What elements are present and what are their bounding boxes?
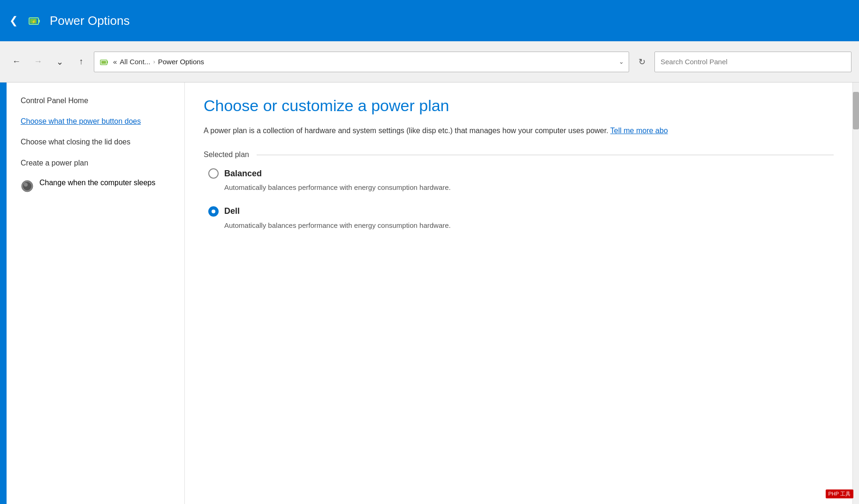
plan-balanced-name: Balanced bbox=[224, 169, 262, 179]
plan-dell-description: Automatically balances performance with … bbox=[208, 220, 834, 231]
title-bar-title: Power Options bbox=[50, 14, 130, 28]
sleep-icon bbox=[21, 180, 34, 193]
svg-rect-5 bbox=[107, 61, 108, 63]
address-separator: › bbox=[153, 58, 155, 65]
sidebar-sleep-item[interactable]: Change when the computer sleeps bbox=[21, 179, 175, 193]
selected-plan-label: Selected plan bbox=[204, 150, 249, 159]
plan-balanced-description: Automatically balances performance with … bbox=[208, 182, 834, 193]
address-bar[interactable]: « All Cont... › Power Options ⌄ bbox=[94, 52, 629, 72]
plan-dell: Dell Automatically balances performance … bbox=[204, 206, 834, 231]
content-title: Choose or customize a power plan bbox=[204, 97, 834, 115]
taskbar-badge: PHP 工具 bbox=[826, 489, 853, 498]
radio-dell[interactable] bbox=[208, 206, 219, 217]
content-area: Choose or customize a power plan A power… bbox=[185, 83, 852, 504]
search-bar[interactable] bbox=[654, 52, 851, 72]
tell-me-more-link[interactable]: Tell me more abo bbox=[610, 127, 668, 135]
svg-point-9 bbox=[24, 183, 28, 187]
back-button[interactable]: ← bbox=[8, 53, 25, 71]
sidebar-link-create-plan[interactable]: Create a power plan bbox=[21, 158, 175, 168]
sidebar-sleep-text: Change when the computer sleeps bbox=[39, 179, 155, 187]
svg-point-8 bbox=[23, 182, 31, 190]
svg-rect-1 bbox=[38, 20, 40, 23]
address-current: Power Options bbox=[158, 58, 204, 66]
address-bar-icon bbox=[99, 57, 109, 67]
nav-bar: ← → ⌄ ↑ « All Cont... › Power Options ⌄ … bbox=[0, 41, 859, 83]
plan-divider bbox=[257, 155, 834, 155]
address-all-control: All Cont... bbox=[120, 58, 150, 66]
plan-dell-name: Dell bbox=[224, 206, 240, 216]
selected-plan-header: Selected plan bbox=[204, 150, 834, 159]
recent-locations-button[interactable]: ⌄ bbox=[51, 53, 68, 71]
plan-dell-radio-row: Dell bbox=[208, 206, 834, 217]
radio-balanced[interactable] bbox=[208, 168, 219, 179]
svg-text:⚡: ⚡ bbox=[31, 19, 36, 24]
plan-balanced-radio-row: Balanced bbox=[208, 168, 834, 179]
scrollbar[interactable] bbox=[852, 83, 859, 504]
address-dropdown-icon[interactable]: ⌄ bbox=[619, 58, 624, 65]
svg-rect-6 bbox=[101, 61, 106, 64]
sidebar-home[interactable]: Control Panel Home bbox=[21, 97, 175, 105]
address-prefix: « bbox=[113, 58, 117, 66]
scrollbar-thumb[interactable] bbox=[853, 92, 859, 129]
content-description-text: A power plan is a collection of hardware… bbox=[204, 127, 608, 135]
refresh-button[interactable]: ↻ bbox=[633, 53, 651, 71]
main-content: Control Panel Home Choose what the power… bbox=[0, 83, 859, 504]
plan-balanced: Balanced Automatically balances performa… bbox=[204, 168, 834, 193]
up-button[interactable]: ↑ bbox=[72, 53, 90, 71]
left-accent-bar bbox=[0, 83, 7, 504]
title-bar: ❮ ⚡ Power Options bbox=[0, 0, 859, 41]
selected-plan-section: Selected plan Balanced Automatically bal… bbox=[204, 150, 834, 231]
content-description: A power plan is a collection of hardware… bbox=[204, 125, 834, 136]
address-text: « All Cont... › Power Options bbox=[113, 58, 204, 66]
window: ❮ ⚡ Power Options ← → ⌄ ↑ bbox=[0, 0, 859, 504]
sidebar: Control Panel Home Choose what the power… bbox=[7, 83, 185, 504]
sidebar-link-power-button[interactable]: Choose what the power button does bbox=[21, 116, 175, 127]
sidebar-link-lid[interactable]: Choose what closing the lid does bbox=[21, 137, 175, 147]
battery-icon: ⚡ bbox=[26, 12, 43, 29]
title-bar-back-arrow[interactable]: ❮ bbox=[9, 15, 18, 27]
forward-button[interactable]: → bbox=[29, 53, 47, 71]
search-input[interactable] bbox=[661, 58, 845, 66]
